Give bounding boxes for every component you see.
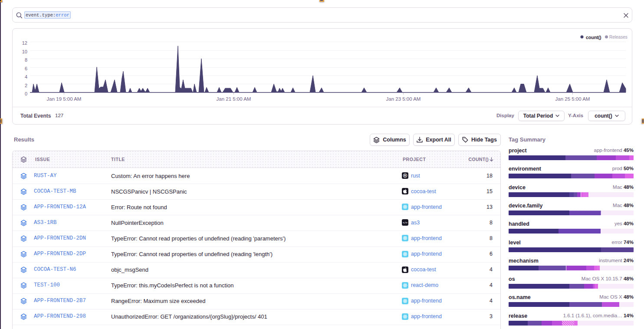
- svg-text:R: R: [404, 174, 407, 178]
- svg-text:</>: </>: [403, 221, 407, 224]
